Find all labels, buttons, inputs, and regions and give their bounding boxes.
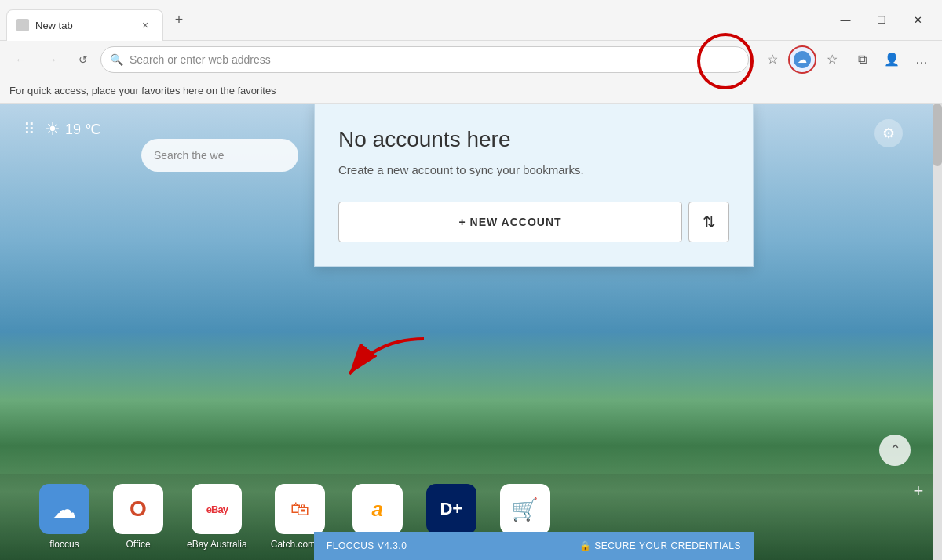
address-bar-wrapper: 🔍 Search or enter web address [100, 46, 749, 73]
shortcut-office[interactable]: O Office [113, 484, 163, 550]
browser-tab[interactable]: New tab × [6, 9, 163, 41]
apps-grid-icon[interactable]: ⠿ [24, 120, 35, 139]
newtab-search-bar[interactable]: Search the we [141, 139, 298, 172]
shortcut-label-floccus: floccus [49, 539, 78, 550]
floccus-button[interactable]: ☁ [788, 45, 816, 74]
profile-button[interactable]: 👤 [878, 45, 906, 74]
ebay-icon: eBay [206, 504, 228, 515]
floccus-shortcut-icon: ☁ [53, 496, 76, 523]
shortcut-icon-floccus: ☁ [39, 484, 89, 534]
new-account-button[interactable]: + NEW ACCOUNT [338, 202, 682, 242]
shortcut-icon-shopping: 🛒 [500, 484, 550, 534]
temperature-text: 19 ℃ [65, 121, 100, 138]
back-button[interactable]: ← [6, 45, 35, 74]
sun-icon: ☀ [45, 119, 60, 140]
forward-button[interactable]: → [38, 45, 66, 74]
ellipsis-icon: … [915, 53, 928, 67]
floccus-icon: ☁ [794, 51, 811, 68]
popup-subtitle: Create a new account to sync your bookma… [338, 162, 729, 180]
more-button[interactable]: … [907, 45, 936, 74]
toolbar-right: ☆ ☁ ☆ ⧉ 👤 … [758, 45, 936, 74]
chevron-up-icon: ⌃ [889, 442, 901, 459]
popup-actions: + NEW ACCOUNT ⇅ [338, 202, 729, 242]
disney-icon: D+ [440, 499, 462, 519]
shortcut-label-ebay: eBay Australia [187, 539, 247, 550]
window-controls: — ☐ ✕ [827, 5, 936, 36]
shortcut-ebay[interactable]: eBay eBay Australia [187, 484, 247, 550]
shortcut-icon-catch: 🛍 [275, 484, 325, 534]
import-button[interactable]: ⇅ [688, 202, 729, 242]
shortcut-icon-disney: D+ [426, 484, 476, 534]
maximize-button[interactable]: ☐ [864, 5, 900, 36]
popup-title: No accounts here [338, 127, 729, 152]
shortcut-floccus[interactable]: ☁ floccus [39, 484, 89, 550]
shortcut-label-office: Office [126, 539, 150, 550]
shopping-icon: 🛒 [511, 496, 539, 522]
cloud-icon: ☁ [798, 54, 807, 65]
tab-favicon [16, 19, 29, 31]
reading-list-icon: ☆ [827, 52, 838, 67]
scrollbar[interactable] [933, 104, 942, 560]
title-bar: New tab × + — ☐ ✕ [0, 0, 942, 41]
amazon-icon: a [372, 497, 383, 522]
collections-icon: ⧉ [858, 53, 867, 67]
favorites-bar-text: For quick access, place your favorites h… [9, 85, 276, 96]
floccus-popup-panel: No accounts here Create a new account to… [314, 104, 754, 267]
newtab-top-widgets: ⠿ ☀ 19 ℃ [24, 119, 100, 140]
star-icon: ☆ [767, 52, 778, 67]
favorites-bar: For quick access, place your favorites h… [0, 78, 942, 104]
floccus-version-label: FLOCCUS V4.3.0 [327, 540, 407, 551]
secure-credentials-label: 🔒 SECURE YOUR CREDENTIALS [579, 540, 741, 551]
shortcut-icon-ebay: eBay [192, 484, 242, 534]
new-tab-button[interactable]: + [166, 8, 192, 33]
tab-title: New tab [35, 20, 131, 31]
minimize-button[interactable]: — [827, 5, 864, 36]
scrollbar-thumb[interactable] [933, 104, 942, 166]
new-account-label: + NEW ACCOUNT [458, 216, 561, 228]
gear-icon: ⚙ [882, 125, 895, 142]
favorites-button[interactable]: ☆ [758, 45, 787, 74]
close-window-button[interactable]: ✕ [900, 5, 936, 36]
secure-credentials-button[interactable]: 🔒 SECURE YOUR CREDENTIALS [579, 540, 741, 551]
office-icon: O [130, 496, 147, 522]
address-bar: ← → ↺ 🔍 Search or enter web address ☆ ☁ … [0, 41, 942, 78]
shortcut-icon-office: O [113, 484, 163, 534]
address-input[interactable]: Search or enter web address [100, 46, 749, 73]
newtab-search-placeholder: Search the we [154, 149, 225, 162]
floccus-footer: FLOCCUS V4.3.0 🔒 SECURE YOUR CREDENTIALS [314, 532, 754, 560]
reading-list-button[interactable]: ☆ [818, 45, 846, 74]
scroll-up-button[interactable]: ⌃ [879, 435, 911, 466]
collections-button[interactable]: ⧉ [848, 45, 876, 74]
shortcut-icon-amazon: a [352, 484, 403, 534]
close-tab-button[interactable]: × [137, 17, 153, 33]
settings-button[interactable]: ⚙ [874, 119, 903, 147]
profile-icon: 👤 [884, 52, 900, 67]
refresh-button[interactable]: ↺ [69, 45, 97, 74]
weather-widget: ☀ 19 ℃ [45, 119, 100, 140]
import-export-icon: ⇅ [703, 213, 716, 231]
main-content: ⠿ ☀ 19 ℃ Search the we ⚙ No accounts her… [0, 104, 942, 560]
catch-icon: 🛍 [290, 498, 309, 520]
